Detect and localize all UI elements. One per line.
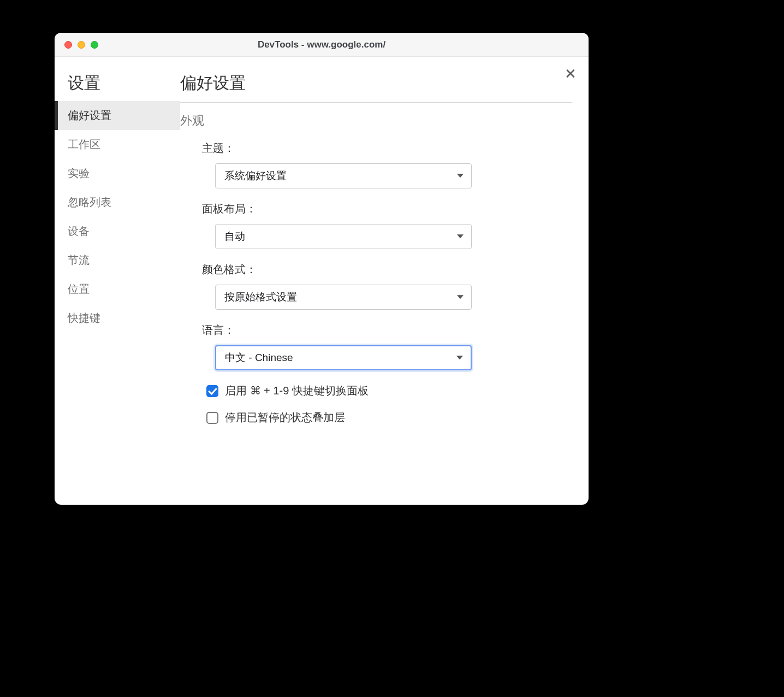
select-language[interactable]: 中文 - Chinese: [215, 345, 472, 370]
chevron-down-icon: [457, 295, 464, 299]
settings-sidebar: 设置 偏好设置 工作区 实验 忽略列表 设备 节流 位置 快捷键: [55, 57, 180, 505]
checkbox-disable-overlay[interactable]: [206, 412, 218, 424]
sidebar-item-devices[interactable]: 设备: [55, 217, 180, 246]
settings-body: ✕ 设置 偏好设置 工作区 实验 忽略列表 设备 节流 位置 快捷键 偏好设置 …: [55, 57, 589, 505]
select-color-format[interactable]: 按原始格式设置: [215, 285, 472, 310]
checkbox-enable-shortcut[interactable]: [206, 385, 218, 397]
chevron-down-icon: [456, 356, 463, 359]
sidebar-item-label: 实验: [68, 167, 90, 179]
field-language: 语言： 中文 - Chinese: [180, 323, 572, 370]
chevron-down-icon: [457, 234, 464, 238]
window-zoom-button[interactable]: [91, 41, 98, 49]
window-close-button[interactable]: [64, 41, 72, 49]
sidebar-title: 设置: [55, 72, 180, 101]
page-title: 偏好设置: [180, 72, 572, 103]
select-theme[interactable]: 系统偏好设置: [215, 163, 472, 188]
select-value: 中文 - Chinese: [225, 351, 293, 365]
field-label-language: 语言：: [202, 323, 235, 338]
checkbox-row-disable-overlay[interactable]: 停用已暂停的状态叠加层: [180, 410, 572, 425]
sidebar-item-preferences[interactable]: 偏好设置: [55, 101, 180, 130]
window-minimize-button[interactable]: [78, 41, 85, 49]
sidebar-item-throttling[interactable]: 节流: [55, 246, 180, 275]
checkbox-row-enable-shortcut[interactable]: 启用 ⌘ + 1-9 快捷键切换面板: [180, 383, 572, 398]
window-titlebar: DevTools - www.google.com/: [55, 33, 589, 57]
section-title-appearance: 外观: [180, 113, 572, 129]
sidebar-item-label: 偏好设置: [68, 109, 111, 121]
sidebar-item-label: 设备: [68, 225, 90, 237]
sidebar-item-locations[interactable]: 位置: [55, 275, 180, 304]
field-theme: 主题： 系统偏好设置: [180, 141, 572, 188]
checkbox-label: 启用 ⌘ + 1-9 快捷键切换面板: [225, 383, 369, 398]
window-title: DevTools - www.google.com/: [55, 39, 589, 50]
select-panel-layout[interactable]: 自动: [215, 224, 472, 249]
sidebar-item-label: 节流: [68, 254, 90, 266]
chevron-down-icon: [457, 174, 464, 178]
field-label-panel-layout: 面板布局：: [202, 202, 257, 216]
sidebar-item-ignore-list[interactable]: 忽略列表: [55, 188, 180, 217]
sidebar-item-label: 位置: [68, 283, 90, 295]
select-value: 自动: [224, 229, 245, 244]
sidebar-item-label: 忽略列表: [68, 196, 111, 208]
sidebar-item-shortcuts[interactable]: 快捷键: [55, 304, 180, 333]
sidebar-item-experiments[interactable]: 实验: [55, 159, 180, 188]
field-label-color-format: 颜色格式：: [202, 262, 257, 277]
close-icon[interactable]: ✕: [565, 67, 577, 81]
sidebar-item-label: 快捷键: [68, 312, 100, 324]
select-value: 系统偏好设置: [224, 169, 287, 183]
field-label-theme: 主题：: [202, 141, 235, 156]
traffic-lights: [64, 41, 98, 49]
select-value: 按原始格式设置: [224, 290, 297, 304]
settings-main: 偏好设置 外观 主题： 系统偏好设置 面板布局： 自动: [180, 57, 589, 505]
field-color-format: 颜色格式： 按原始格式设置: [180, 262, 572, 310]
sidebar-item-label: 工作区: [68, 138, 100, 150]
checkbox-label: 停用已暂停的状态叠加层: [225, 410, 345, 425]
field-panel-layout: 面板布局： 自动: [180, 202, 572, 249]
devtools-settings-window: DevTools - www.google.com/ ✕ 设置 偏好设置 工作区…: [55, 33, 589, 505]
sidebar-item-workspace[interactable]: 工作区: [55, 130, 180, 159]
